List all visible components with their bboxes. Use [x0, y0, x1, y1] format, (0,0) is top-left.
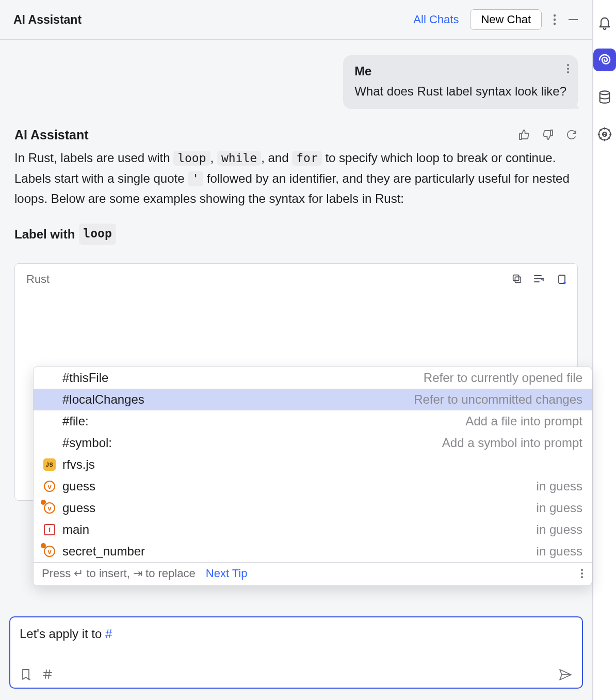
suggestion-label: main: [62, 522, 89, 537]
suggestion-left: #thisFile: [43, 371, 108, 385]
svg-point-12: [581, 569, 583, 571]
suggestion-left: #localChanges: [43, 392, 144, 407]
suggestion-label: guess: [62, 501, 95, 515]
code-loop: loop: [173, 151, 210, 166]
suggestion-item[interactable]: vguessin guess: [34, 497, 592, 519]
svg-text:R: R: [603, 132, 607, 137]
panel-title: AI Assistant: [13, 13, 82, 27]
suggestion-left: #file:: [43, 414, 89, 428]
suggestion-hint: Refer to currently opened file: [424, 371, 582, 385]
code-for: for: [292, 151, 322, 166]
chat-input-text[interactable]: Let's apply it to #: [20, 625, 573, 643]
variable-modified-icon: v: [43, 501, 56, 515]
input-toolbar-left: [20, 668, 54, 681]
suggestion-item[interactable]: #file:Add a file into prompt: [34, 410, 592, 432]
header: AI Assistant All Chats New Chat: [0, 0, 592, 40]
suggestion-hint: Refer to uncommitted changes: [414, 392, 582, 407]
suggestions-footer-left: Press ↵ to insert, ⇥ to replace Next Tip: [42, 567, 248, 580]
suggestion-hint: in guess: [537, 544, 582, 559]
code-quote: ': [188, 171, 203, 186]
chat-input[interactable]: Let's apply it to #: [9, 616, 583, 689]
svg-line-18: [48, 670, 50, 678]
assistant-text: ,: [210, 151, 217, 165]
suggestion-label: rfvs.js: [62, 457, 95, 472]
input-toolbar: [20, 668, 573, 681]
suggestion-item[interactable]: vguessin guess: [34, 475, 592, 497]
variable-modified-icon: v: [43, 545, 56, 558]
wrap-lines-icon[interactable]: [533, 273, 545, 285]
next-tip-link[interactable]: Next Tip: [206, 567, 248, 580]
hash-icon[interactable]: [41, 668, 54, 681]
suggestion-item[interactable]: vsecret_numberin guess: [34, 540, 592, 562]
all-chats-link[interactable]: All Chats: [413, 13, 459, 26]
suggestion-hint: Add a file into prompt: [465, 414, 582, 428]
header-actions: All Chats New Chat: [413, 9, 579, 30]
assistant-text: In Rust, labels are used with: [14, 151, 173, 165]
input-hash: #: [105, 627, 112, 641]
thumbs-down-icon[interactable]: [542, 129, 554, 141]
suggestion-item[interactable]: #localChangesRefer to uncommitted change…: [34, 389, 592, 410]
bell-icon[interactable]: [593, 11, 616, 34]
suggestion-item[interactable]: #thisFileRefer to currently opened file: [34, 367, 592, 389]
more-vertical-icon[interactable]: [553, 14, 556, 25]
svg-line-17: [45, 670, 46, 678]
section-title: Label with loop: [14, 224, 578, 245]
send-icon[interactable]: [558, 668, 573, 681]
svg-point-2: [554, 23, 556, 25]
thumbs-up-icon[interactable]: [518, 129, 530, 141]
suggestions-footer: Press ↵ to insert, ⇥ to replace Next Tip: [34, 562, 592, 585]
svg-point-0: [554, 14, 556, 17]
svg-point-1: [554, 19, 556, 21]
svg-point-20: [600, 91, 610, 94]
user-message-text: What does Rust label syntax look like?: [354, 83, 566, 101]
suggestion-hint: in guess: [537, 501, 582, 515]
ai-assistant-icon[interactable]: [593, 49, 616, 71]
suggestion-hint: in guess: [537, 479, 582, 494]
code-panel-actions: [511, 273, 568, 285]
bookmark-icon[interactable]: [20, 668, 32, 681]
suggestion-label: #localChanges: [62, 392, 144, 407]
js-file-icon: JS: [43, 458, 56, 471]
suggestion-label: #thisFile: [62, 371, 108, 385]
suggestion-left: vsecret_number: [43, 544, 145, 559]
function-icon: f: [43, 523, 56, 536]
suggestions-popup: #thisFileRefer to currently opened file#…: [33, 367, 592, 586]
suggestions-more-icon[interactable]: [580, 568, 583, 579]
suggestion-hint: Add a symbol into prompt: [442, 436, 582, 450]
variable-icon: v: [43, 480, 56, 493]
svg-line-27: [600, 130, 601, 131]
minimize-icon[interactable]: [568, 14, 579, 25]
suggestions-footer-text: Press ↵ to insert, ⇥ to replace: [42, 567, 196, 580]
input-prefix: Let's apply it to: [20, 627, 105, 641]
code-while: while: [217, 151, 261, 166]
code-panel-header: Rust: [15, 264, 577, 294]
database-icon[interactable]: [593, 86, 616, 108]
suggestion-label: #file:: [62, 414, 89, 428]
user-message-row: Me What does Rust label syntax look like…: [14, 55, 578, 109]
suggestion-label: #symbol:: [62, 436, 112, 450]
new-chat-button[interactable]: New Chat: [470, 9, 542, 30]
copy-icon[interactable]: [511, 273, 523, 285]
suggestions-list[interactable]: #thisFileRefer to currently opened file#…: [34, 367, 592, 562]
suggestion-label: secret_number: [62, 544, 145, 559]
suggestion-label: guess: [62, 479, 95, 494]
suggestion-item[interactable]: fmainin guess: [34, 519, 592, 540]
assistant-header: AI Assistant: [14, 128, 578, 142]
user-message-bubble: Me What does Rust label syntax look like…: [343, 55, 578, 109]
svg-line-28: [608, 138, 609, 139]
suggestion-left: #symbol:: [43, 436, 112, 450]
suggestion-left: vguess: [43, 501, 95, 515]
insert-snippet-icon[interactable]: [556, 273, 568, 285]
rust-icon[interactable]: R: [593, 123, 616, 146]
main-column: AI Assistant All Chats New Chat Me What …: [0, 0, 593, 700]
svg-line-30: [600, 138, 601, 139]
message-more-icon[interactable]: [566, 63, 570, 74]
assistant-title: AI Assistant: [14, 128, 89, 142]
svg-point-6: [567, 71, 569, 73]
regenerate-icon[interactable]: [565, 129, 578, 141]
assistant-actions: [518, 129, 578, 141]
svg-point-5: [567, 68, 569, 70]
suggestion-item[interactable]: JSrfvs.js: [34, 454, 592, 475]
suggestion-item[interactable]: #symbol:Add a symbol into prompt: [34, 432, 592, 454]
suggestion-left: fmain: [43, 522, 89, 537]
